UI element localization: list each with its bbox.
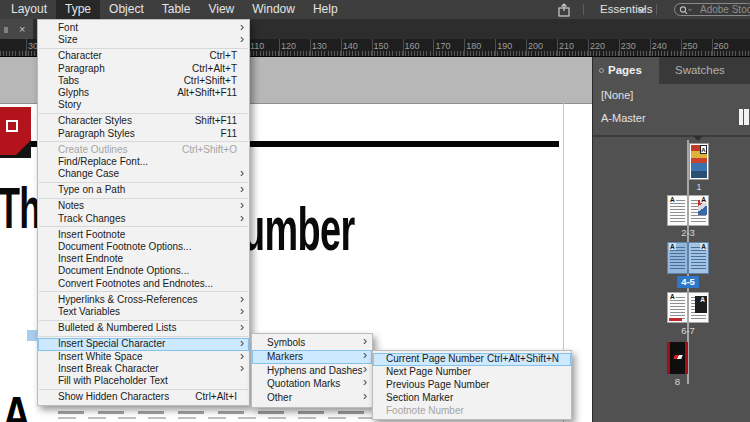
menu-item-label: Symbols [267, 337, 305, 348]
chevron-down-icon[interactable] [637, 7, 646, 13]
menu-item-label: Font [58, 22, 78, 33]
menu-item-create-outlines[interactable]: Create OutlinesCtrl+Shift+O [38, 144, 249, 156]
menu-item-type-on-a-path[interactable]: Type on a Path› [38, 184, 249, 196]
panel-tab-pages[interactable]: Pages [593, 57, 659, 84]
menu-separator [39, 113, 248, 114]
page-thumbnail-8[interactable] [667, 342, 688, 374]
menu-item-label: Character Styles [58, 115, 132, 126]
menu-item-markers[interactable]: Markers› [252, 350, 372, 364]
page-thumbnail-1[interactable]: A [689, 143, 709, 180]
search-placeholder: Adobe Stock [700, 4, 750, 16]
menu-item-fill-with-placeholder-text[interactable]: Fill with Placeholder Text [38, 375, 249, 387]
menubar-item-table[interactable]: Table [153, 0, 200, 19]
menu-item-label: Insert White Space [58, 351, 142, 362]
ruler-label: 250 [683, 41, 698, 51]
menu-item-size[interactable]: Size› [38, 34, 249, 46]
ruler-major-tick [310, 39, 311, 56]
menu-item-insert-white-space[interactable]: Insert White Space› [38, 351, 249, 363]
ruler-label: 210 [559, 41, 574, 51]
page-label-8[interactable]: 8 [667, 376, 688, 387]
menu-item-find-replace-font[interactable]: Find/Replace Font... [38, 156, 249, 168]
thumbnail-mark [673, 355, 682, 359]
search-input[interactable]: Adobe Stock [674, 3, 750, 16]
spread-indicator-icon [693, 136, 703, 141]
menu-item-footnote-number[interactable]: Footnote Number [373, 405, 571, 418]
menu-item-other[interactable]: Other› [252, 391, 372, 405]
menu-item-document-footnote-options[interactable]: Document Footnote Options... [38, 241, 249, 253]
menu-item-symbols[interactable]: Symbols› [252, 336, 372, 350]
submenu-arrow-icon: › [363, 349, 367, 363]
menu-item-character-styles[interactable]: Character StylesShift+F11 [38, 115, 249, 127]
menu-item-shortcut: Ctrl+Shift+T [184, 75, 237, 87]
menu-item-section-marker[interactable]: Section Marker [373, 392, 571, 405]
menu-item-story[interactable]: Story [38, 99, 249, 111]
search-icon [679, 6, 693, 15]
master-badge: A [669, 293, 676, 300]
master-badge: A [699, 296, 706, 303]
menu-item-label: Find/Replace Font... [58, 156, 148, 167]
panel-tab-swatches[interactable]: Swatches [665, 57, 735, 84]
menu-item-label: Fill with Placeholder Text [58, 375, 168, 386]
master-row-none[interactable]: [None] [601, 88, 633, 102]
menu-item-label: Convert Footnotes and Endnotes... [58, 278, 213, 289]
menubar-item-layout[interactable]: Layout [2, 0, 56, 19]
page-thumbnail-2-3[interactable]: AA [667, 195, 709, 226]
menu-item-notes[interactable]: Notes› [38, 200, 249, 212]
menu-item-hyperlinks-cross-references[interactable]: Hyperlinks & Cross-References› [38, 294, 249, 306]
page-label-1[interactable]: 1 [689, 181, 709, 192]
menu-separator [39, 198, 248, 199]
menu-item-font[interactable]: Font› [38, 22, 249, 34]
menu-item-label: Hyphens and Dashes [267, 365, 363, 376]
menu-item-glyphs[interactable]: GlyphsAlt+Shift+F11 [38, 87, 249, 99]
menu-item-character[interactable]: CharacterCtrl+T [38, 50, 249, 62]
close-icon[interactable]: × [19, 19, 25, 39]
menu-item-change-case[interactable]: Change Case› [38, 168, 249, 180]
page-label-2-3[interactable]: 2-3 [667, 227, 709, 238]
menu-item-quotation-marks[interactable]: Quotation Marks› [252, 377, 372, 391]
menu-item-current-page-number[interactable]: Current Page NumberCtrl+Alt+Shift+N [373, 353, 571, 366]
menu-item-previous-page-number[interactable]: Previous Page Number [373, 379, 571, 392]
menu-item-document-endnote-options[interactable]: Document Endnote Options... [38, 265, 249, 277]
master-row-a-master[interactable]: A-Master [601, 111, 646, 125]
menu-item-insert-endnote[interactable]: Insert Endnote [38, 253, 249, 265]
thumbnail-page: A [667, 195, 688, 226]
menu-item-show-hidden-characters[interactable]: Show Hidden CharactersCtrl+Alt+I [38, 391, 249, 403]
ruler-major-tick [279, 39, 280, 56]
menu-item-next-page-number[interactable]: Next Page Number [373, 366, 571, 379]
menu-item-label: Document Footnote Options... [58, 241, 191, 252]
menubar-item-object[interactable]: Object [100, 0, 153, 19]
menubar-item-view[interactable]: View [199, 0, 243, 19]
page-thumbnail-4-5[interactable]: AA [667, 242, 709, 274]
menu-item-track-changes[interactable]: Track Changes› [38, 213, 249, 225]
document-tab[interactable]: × [0, 19, 33, 39]
menu-item-tabs[interactable]: TabsCtrl+Shift+T [38, 75, 249, 87]
menu-item-text-variables[interactable]: Text Variables› [38, 306, 249, 318]
menubar-item-type[interactable]: Type [56, 0, 100, 19]
thumbnail-page: A [667, 292, 688, 323]
menubar-item-help[interactable]: Help [304, 0, 347, 19]
menu-item-paragraph[interactable]: ParagraphCtrl+Alt+T [38, 63, 249, 75]
share-icon[interactable] [556, 3, 572, 17]
menu-item-paragraph-styles[interactable]: Paragraph StylesF11 [38, 128, 249, 140]
thumbnail-red-bar [669, 318, 682, 321]
thumbnail-text-lines [670, 297, 685, 320]
logo-diagonal [16, 140, 31, 155]
menu-item-hyphens-and-dashes[interactable]: Hyphens and Dashes› [252, 364, 372, 378]
menu-item-insert-special-character[interactable]: Insert Special Character› [38, 338, 249, 350]
menu-item-insert-break-character[interactable]: Insert Break Character› [38, 363, 249, 375]
page-label-4-5[interactable]: 4-5 [677, 276, 699, 288]
menu-item-convert-footnotes-and-endnotes[interactable]: Convert Footnotes and Endnotes... [38, 278, 249, 290]
menubar-item-window[interactable]: Window [243, 0, 304, 19]
submenu-arrow-icon: › [240, 167, 244, 179]
submenu-arrow-icon: › [240, 212, 244, 224]
page-label-6-7[interactable]: 6-7 [667, 325, 709, 336]
menu-item-label: Glyphs [58, 87, 89, 98]
submenu-arrow-icon: › [363, 376, 367, 390]
menu-item-label: Section Marker [386, 392, 453, 403]
menu-item-bulleted-numbered-lists[interactable]: Bulleted & Numbered Lists› [38, 322, 249, 334]
menu-item-label: Quotation Marks [267, 378, 340, 389]
menu-item-shortcut: F11 [221, 128, 238, 140]
menu-item-label: Track Changes [58, 213, 125, 224]
page-thumbnail-6-7[interactable]: AA [667, 292, 709, 323]
menu-item-insert-footnote[interactable]: Insert Footnote [38, 229, 249, 241]
